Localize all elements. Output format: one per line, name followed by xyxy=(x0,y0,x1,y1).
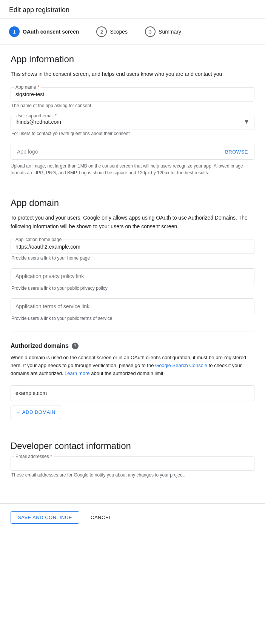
domain-input[interactable] xyxy=(11,385,254,401)
email-addresses-group: Email addresses * These email addresses … xyxy=(11,456,254,478)
user-support-email-value: lhinds@redhat.com xyxy=(15,119,61,125)
section-divider-2 xyxy=(11,332,254,332)
app-logo-label: App logo xyxy=(17,149,38,155)
learn-more-link[interactable]: Learn more xyxy=(65,370,89,376)
add-domain-label: ADD DOMAIN xyxy=(22,409,55,415)
app-domain-section: App domain To protect you and your users… xyxy=(11,198,254,321)
save-and-continue-button[interactable]: SAVE AND CONTINUE xyxy=(11,511,79,524)
app-name-label: App name * xyxy=(14,85,41,90)
step-1-circle: 1 xyxy=(9,26,20,37)
app-logo-hint: Upload an image, not larger than 1MB on … xyxy=(11,163,254,176)
cancel-button[interactable]: CANCEL xyxy=(84,512,119,523)
step-1[interactable]: 1 OAuth consent screen xyxy=(9,26,79,37)
home-page-hint: Provide users a link to your home page xyxy=(11,255,254,261)
section-divider-1 xyxy=(11,187,254,187)
user-support-email-hint: For users to contact you with questions … xyxy=(11,131,254,136)
privacy-policy-input[interactable] xyxy=(11,268,254,284)
privacy-policy-hint: Provide users a link to your public priv… xyxy=(11,286,254,291)
authorized-domains-header: Authorized domains ? xyxy=(11,343,254,349)
authorized-domains-title: Authorized domains xyxy=(11,343,69,349)
chevron-down-icon: ▼ xyxy=(243,118,250,125)
step-1-label: OAuth consent screen xyxy=(23,29,79,35)
home-page-fieldset: Application home page xyxy=(11,240,254,254)
app-name-group: App name * The name of the app asking fo… xyxy=(11,87,254,108)
app-domain-desc: To protect you and your users, Google on… xyxy=(11,214,254,231)
step-2-label: Scopes xyxy=(110,29,128,35)
home-page-label: Application home page xyxy=(14,237,63,242)
step-2[interactable]: 2 Scopes xyxy=(96,26,128,37)
app-name-fieldset: App name * xyxy=(11,87,254,101)
step-3[interactable]: 3 Summary xyxy=(145,26,181,37)
app-logo-box: App logo BROWSE xyxy=(11,144,254,160)
terms-of-service-input[interactable] xyxy=(11,298,254,314)
app-logo-group: App logo BROWSE Upload an image, not lar… xyxy=(11,144,254,176)
help-icon[interactable]: ? xyxy=(72,343,79,349)
email-addresses-input[interactable] xyxy=(15,459,250,467)
step-2-circle: 2 xyxy=(96,26,107,37)
user-support-email-select-wrapper[interactable]: lhinds@redhat.com ▼ xyxy=(15,118,250,125)
email-addresses-label: Email addresses * xyxy=(14,454,54,459)
user-support-email-label: User support email * xyxy=(14,113,58,118)
email-addresses-fieldset: Email addresses * xyxy=(11,456,254,471)
developer-contact-title: Developer contact information xyxy=(11,441,254,451)
privacy-policy-group: Provide users a link to your public priv… xyxy=(11,268,254,291)
step-connector-2 xyxy=(131,32,142,32)
authorized-domains-section: Authorized domains ? When a domain is us… xyxy=(11,343,254,419)
user-support-email-group: User support email * lhinds@redhat.com ▼… xyxy=(11,116,254,136)
section-divider-3 xyxy=(11,430,254,430)
main-content: App information This shows in the consen… xyxy=(0,45,265,494)
step-3-label: Summary xyxy=(159,29,181,35)
home-page-group: Application home page Provide users a li… xyxy=(11,240,254,261)
step-3-circle: 3 xyxy=(145,26,156,37)
authorized-domains-desc: When a domain is used on the consent scr… xyxy=(11,354,254,377)
app-information-title: App information xyxy=(11,54,254,65)
google-search-console-link[interactable]: Google Search Console xyxy=(155,363,207,368)
home-page-input[interactable] xyxy=(15,242,250,250)
app-domain-title: App domain xyxy=(11,198,254,208)
user-support-email-fieldset: User support email * lhinds@redhat.com ▼ xyxy=(11,116,254,129)
email-addresses-hint: These email addresses are for Google to … xyxy=(11,472,254,478)
page-header: Edit app registration xyxy=(0,0,265,19)
developer-contact-section: Developer contact information Email addr… xyxy=(11,441,254,478)
app-name-hint: The name of the app asking for consent xyxy=(11,103,254,108)
footer-actions: SAVE AND CONTINUE CANCEL xyxy=(0,503,265,531)
page-title: Edit app registration xyxy=(9,6,69,14)
browse-button[interactable]: BROWSE xyxy=(225,149,248,155)
plus-icon: + xyxy=(16,409,20,416)
terms-of-service-hint: Provide users a link to your public term… xyxy=(11,316,254,321)
app-name-input[interactable] xyxy=(15,90,250,97)
add-domain-button[interactable]: + ADD DOMAIN xyxy=(11,406,61,419)
terms-of-service-group: Provide users a link to your public term… xyxy=(11,298,254,321)
stepper: 1 OAuth consent screen 2 Scopes 3 Summar… xyxy=(0,19,265,45)
step-connector-1 xyxy=(82,32,93,32)
app-information-desc: This shows in the consent screen, and he… xyxy=(11,70,254,78)
app-information-section: App information This shows in the consen… xyxy=(11,54,254,176)
